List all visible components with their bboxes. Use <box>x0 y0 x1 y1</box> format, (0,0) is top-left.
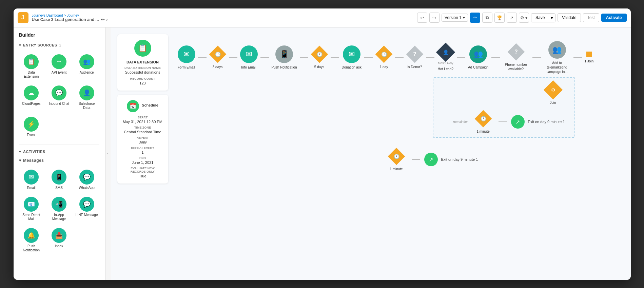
1day-diamond: 🕐 <box>375 46 392 63</box>
is-donor-label: is Donor? <box>408 65 422 69</box>
sidebar-item-api-event[interactable]: ↔ API Event <box>46 52 72 81</box>
share-button[interactable]: ↗ <box>507 13 517 23</box>
sidebar-title: Builder <box>14 27 105 41</box>
donation-ask-label: Donation ask <box>342 65 362 70</box>
sidebar-item-event[interactable]: ⚡ Event <box>19 115 44 139</box>
sidebar-item-inbox[interactable]: 📥 Inbox <box>46 226 72 254</box>
sidebar-collapse-button[interactable]: ‹ <box>105 27 111 280</box>
node-add-telemarketing[interactable]: 👥 Add to telemarketing campaign in... <box>544 41 571 74</box>
undo-button[interactable]: ↩ <box>417 13 427 23</box>
ad-campaign-label: Ad Campaign <box>468 65 489 70</box>
sidebar-item-cloudpages[interactable]: ☁ CloudPages <box>19 83 44 112</box>
3days-diamond: 🕐 <box>209 46 226 63</box>
form-email-icon: ✉ <box>178 45 195 63</box>
canvas-area[interactable]: 📋 DATA EXTENSION DATA EXTENSION NAME Suc… <box>111 27 631 280</box>
node-1join[interactable]: 1 Join <box>585 52 594 63</box>
app-title: Journeys Dashboard > Journey Use Case 3 … <box>32 14 108 22</box>
node-form-email[interactable]: ✉ Form Email <box>178 45 195 70</box>
sidebar-item-audience[interactable]: 👥 Audience <box>74 52 99 81</box>
donation-ask-icon: ✉ <box>343 45 360 63</box>
join-row: ⚙ Join <box>437 81 571 105</box>
trophy-button[interactable]: 🏆 <box>494 13 505 23</box>
exit-node-a[interactable]: ↗ Exit on day 9 minute 1 <box>511 115 565 129</box>
connector-11 <box>532 57 541 58</box>
chevron-down-icon-messages: ▾ <box>19 158 21 163</box>
inbox-icon: 📥 <box>52 228 66 243</box>
connector-1 <box>198 57 207 58</box>
info-icon: ℹ <box>59 43 61 47</box>
sidebar-item-whatsapp[interactable]: 💬 WhatsApp <box>74 168 99 192</box>
3days-icon: 🕐 <box>215 52 220 57</box>
svg-point-0 <box>586 52 592 57</box>
exit-node-b[interactable]: ↗ Exit on day 9 minute 1 <box>424 153 478 166</box>
sidebar-item-inbound-chat[interactable]: 💬 Inbound Chat <box>46 83 72 112</box>
hot-lead-icon: 👤 <box>443 50 448 55</box>
node-5days[interactable]: 🕐 5 days <box>311 46 328 69</box>
add-telemarketing-icon: 👥 <box>548 41 566 59</box>
app-logo: J <box>18 12 28 23</box>
forward-icon[interactable]: › <box>106 17 108 22</box>
sms-icon: 📱 <box>52 170 66 185</box>
line-message-icon: 💬 <box>79 197 94 212</box>
main-layout: Builder ▾ ENTRY SOURCES ℹ 📋 Data Extensi… <box>14 27 631 280</box>
node-3days[interactable]: 🕐 3 days <box>209 46 226 69</box>
schedule-repeat-every-label: REPEAT EVERY <box>123 146 163 150</box>
version-dropdown[interactable]: Version 1 ▾ <box>442 14 468 22</box>
copy-button[interactable]: ⧉ <box>482 13 492 23</box>
redo-button[interactable]: ↪ <box>429 13 440 23</box>
test-button[interactable]: Test <box>583 13 599 22</box>
1min-b-icon: 🕐 <box>393 154 399 159</box>
sidebar-item-email[interactable]: ✉ Email <box>19 168 44 192</box>
sidebar-item-line-message[interactable]: 💬 LINE Message <box>74 195 99 223</box>
exit-row-a: Remainder 🕐 1 minute <box>453 110 565 134</box>
node-push-notification[interactable]: 📱 Push Notification <box>272 45 297 70</box>
connector-4 <box>300 57 308 58</box>
event-icon: ⚡ <box>24 117 39 132</box>
save-button[interactable]: Save <box>531 14 549 22</box>
node-phone-available[interactable]: ? Phone number available? <box>503 43 530 71</box>
validate-button[interactable]: Validate <box>558 13 581 22</box>
node-1min-b[interactable]: 🕐 1 minute <box>388 148 405 171</box>
sidebar-item-sms[interactable]: 📱 SMS <box>46 168 72 192</box>
activities-header[interactable]: ▾ ACTIVITIES <box>14 148 105 156</box>
sidebar-item-send-direct-mail[interactable]: 📧 Send Direct Mail <box>19 195 44 223</box>
push-notification-label: Push Notification <box>272 65 297 70</box>
connector-7 <box>395 57 404 58</box>
hot-lead-diamond: 👤 <box>437 44 454 61</box>
gear-button[interactable]: ⚙ ▾ <box>519 13 529 23</box>
sidebar-item-data-extension[interactable]: 📋 Data Extension <box>19 52 44 81</box>
sidebar-item-salesforce-data[interactable]: 👤 Salesforce Data <box>74 83 99 112</box>
node-ad-campaign[interactable]: 👥 Ad Campaign <box>468 45 489 70</box>
app-window: J Journeys Dashboard > Journey Use Case … <box>14 8 631 280</box>
branch-inner: ⚙ Join Remainder <box>437 81 571 134</box>
5days-label: 5 days <box>314 65 324 69</box>
schedule-timezone-label: TIME ZONE <box>123 126 163 129</box>
node-info-email[interactable]: ✉ Info Email <box>240 45 258 70</box>
sidebar-item-in-app-message[interactable]: 📲 In-App Message <box>46 195 72 223</box>
schedule-card-title: Schedule <box>142 103 158 107</box>
node-hot-lead[interactable]: 👤 Most Likely Hot Lead? <box>437 44 454 71</box>
entry-sources-header[interactable]: ▾ ENTRY SOURCES ℹ <box>14 41 105 50</box>
messages-header[interactable]: ▾ Messages <box>14 156 105 165</box>
send-direct-mail-icon: 📧 <box>24 197 39 212</box>
node-donation-ask[interactable]: ✉ Donation ask <box>342 45 362 70</box>
edit-icon[interactable]: ✏ <box>101 17 104 22</box>
connector-2 <box>229 57 237 58</box>
connector-12 <box>573 57 582 58</box>
data-extension-card-title: DATA EXTENSION <box>123 60 163 64</box>
node-join[interactable]: ⚙ Join <box>545 81 562 105</box>
1join-label: 1 Join <box>585 59 594 63</box>
activate-button[interactable]: Activate <box>601 14 627 22</box>
journey-title: Use Case 3 Lead generation and ... ✏ › <box>32 17 108 22</box>
pencil-button[interactable]: ✏ <box>470 13 480 23</box>
node-is-donor[interactable]: ? is Donor? <box>406 46 423 69</box>
node-1day[interactable]: 🕐 1 day <box>375 46 392 69</box>
schedule-card[interactable]: 📅 Schedule START May 31, 2021 12:30 PM T… <box>117 95 168 184</box>
form-email-label: Form Email <box>178 65 195 70</box>
schedule-start-value: May 31, 2021 12:30 PM <box>123 120 163 124</box>
sidebar-item-push-notification[interactable]: 🔔 Push Notification <box>19 226 44 254</box>
data-extension-icon: 📋 <box>24 54 39 69</box>
data-extension-card[interactable]: 📋 DATA EXTENSION DATA EXTENSION NAME Suc… <box>117 34 168 91</box>
save-dropdown-button[interactable]: ▾ <box>549 14 555 22</box>
node-1min-a[interactable]: 🕐 1 minute <box>475 110 492 134</box>
